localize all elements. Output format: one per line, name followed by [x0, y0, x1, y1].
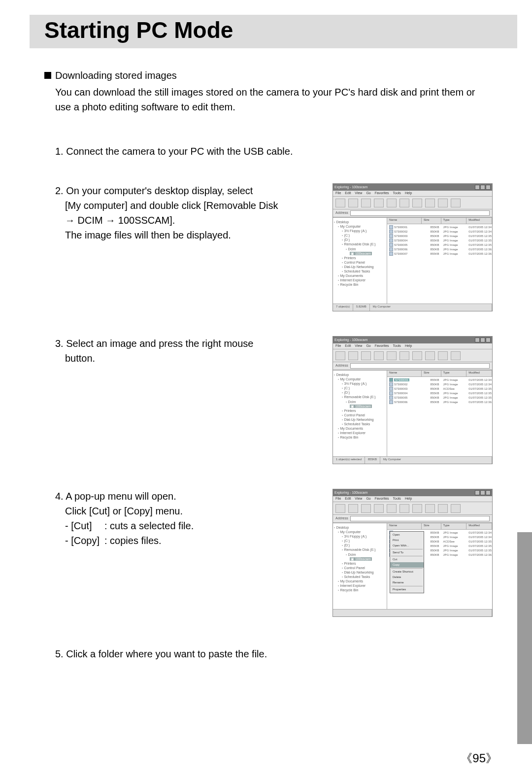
step-3-line2: button. [65, 351, 323, 366]
toolbar-prop-icon [438, 199, 448, 207]
tree-item: ▫ Control Panel [342, 260, 386, 265]
page-title: Starting PC Mode [44, 17, 502, 43]
tree-item: ▫ Printers [342, 408, 386, 413]
menu-go: Go [366, 343, 370, 349]
menu-tools: Tools [393, 496, 401, 502]
tree-item: ▫ Internet Explorer [338, 431, 386, 435]
menu-file: File [335, 496, 341, 502]
file-row: S7300001855KBJPG Image01/07/2005 12:34 [387, 225, 492, 230]
step-4: 4. A pop-up menu will open. Click [Cut] … [55, 489, 493, 617]
window-title: Exploring - 100sscam [334, 338, 474, 343]
intro-text: You can download the still images stored… [55, 85, 493, 114]
close-icon [486, 490, 491, 495]
file-list: S7300001855KBJPG Image01/07/2005 12:34S7… [387, 530, 492, 609]
context-menu-item: Open [390, 532, 424, 538]
toolbar-delete-icon [425, 504, 435, 513]
folder-tree: ▫ Desktop▫ My Computer▫ 3½ Floppy (A:)▫ … [333, 523, 387, 609]
file-row: S7300006850KBJPG Image01/07/2005 12:36 [387, 400, 492, 405]
context-menu-item: Cut [390, 557, 424, 562]
col-type: Type [441, 218, 467, 224]
file-row: S7300003850KBACDSee01/07/2005 12:35 [387, 387, 492, 391]
col-size: Size [422, 218, 441, 224]
addr-field [350, 516, 490, 521]
tree-item: ▫ Dial-Up Networking [342, 417, 386, 422]
step-2-line4: The image files will then be displayed. [65, 228, 323, 242]
context-menu-item: Open With... [390, 543, 424, 548]
heading-text: Downloading stored images [55, 68, 177, 83]
context-menu-item: Copy [390, 562, 424, 568]
col-name: Name [387, 371, 422, 376]
toolbar-fwd-icon [348, 504, 358, 513]
maximize-icon [480, 490, 485, 495]
toolbar-up-icon [361, 199, 371, 207]
file-row: S7300003850KBJPG Image01/07/2005 12:35 [387, 234, 492, 238]
menu-go: Go [366, 496, 370, 502]
step-3: 3. Select an image and press the right m… [55, 336, 493, 464]
tree-item: ▫ Removable Disk (E:) [342, 547, 386, 552]
explorer-screenshot-1: Exploring - 100sscam File Edit View Go F… [332, 183, 493, 311]
toolbar-copy-icon [387, 199, 397, 207]
tree-item: ▫ My Documents [338, 273, 386, 278]
folder-tree: ▫ Desktop▫ My Computer▫ 3½ Floppy (A:)▫ … [333, 371, 387, 456]
step-5-text: 5. Click a folder where you want to past… [55, 648, 267, 659]
menu-file: File [335, 191, 341, 196]
square-bullet-icon [44, 72, 51, 79]
tree-item: ▫ 3½ Floppy (A:) [342, 534, 386, 539]
tree-item: ▣ 100sscam [350, 404, 386, 408]
tree-item: ▫ Control Panel [342, 566, 386, 570]
tree-item: ▫ Recycle Bin [338, 588, 386, 592]
maximize-icon [480, 185, 485, 190]
minimize-icon [475, 490, 480, 495]
col-name: Name [387, 218, 422, 224]
toolbar-views-icon [451, 351, 461, 360]
toolbar-views-icon [451, 504, 461, 513]
tree-item: ▣ 100sscam [350, 251, 386, 256]
col-modified: Modified [466, 523, 492, 529]
context-menu-item: Print [390, 538, 424, 543]
toolbar-delete-icon [425, 199, 435, 207]
cut-key: - [Cut] [65, 518, 104, 533]
toolbar-cut-icon [374, 351, 384, 360]
addr-field [350, 210, 490, 216]
toolbar-undo-icon [412, 351, 422, 360]
menu-tools: Tools [393, 343, 401, 349]
tree-item: ▫ Dial-Up Networking [342, 265, 386, 269]
file-row: S7300007855KBJPG Image01/07/2005 12:36 [387, 252, 492, 256]
tree-item: ▫ (D:) [342, 543, 386, 547]
file-row: S7300005850KBJPG Image01/07/2005 12:35 [387, 243, 492, 247]
step-2-line1: 2. On your computer's desktop display, s… [55, 183, 323, 198]
tree-item: ▫ 3½ Floppy (A:) [342, 229, 386, 233]
explorer-screenshot-2: Exploring - 100sscam File Edit View Go F… [332, 336, 493, 464]
menu-help: Help [405, 343, 412, 349]
toolbar-prop-icon [438, 504, 448, 513]
tree-item: ▫ Scheduled Tasks [342, 269, 386, 273]
context-menu-item: Delete [390, 575, 424, 580]
minimize-icon [475, 338, 480, 342]
col-type: Type [441, 371, 467, 376]
step-3-line1: 3. Select an image and press the right m… [55, 336, 323, 351]
menu-fav: Favorites [375, 496, 389, 502]
tree-item: ▫ Recycle Bin [338, 435, 386, 440]
step-4-line1: 4. A pop-up menu will open. [55, 489, 323, 504]
copy-val: : copies files. [104, 533, 162, 548]
tree-item: ▫ Internet Explorer [338, 583, 386, 588]
tree-item: ▫ Removable Disk (E:) [342, 395, 386, 399]
tree-item: ▫ Desktop [334, 373, 386, 377]
toolbar-undo-icon [412, 199, 422, 207]
toolbar-cut-icon [374, 199, 384, 207]
menu-view: View [355, 191, 362, 196]
col-modified: Modified [466, 371, 492, 376]
tree-item: ▫ 3½ Floppy (A:) [342, 381, 386, 386]
tree-item: ▫ Printers [342, 256, 386, 260]
step-1: 1. Connect the camera to your PC with th… [55, 144, 493, 159]
file-row: S7300004855KBJPG Image01/07/2005 12:35 [387, 238, 492, 243]
menu-go: Go [366, 191, 370, 196]
addr-field [350, 363, 490, 369]
toolbar-back-icon [335, 351, 345, 360]
cut-val: : cuts a selected file. [104, 518, 194, 533]
step-2: 2. On your computer's desktop display, s… [55, 183, 493, 311]
file-row: S7300002850KBJPG Image01/07/2005 12:34 [387, 382, 492, 387]
step-2-line3: → DCIM → 100SSCAM]. [65, 213, 323, 228]
tree-item: ▫ My Computer [338, 377, 386, 381]
col-type: Type [441, 523, 467, 529]
